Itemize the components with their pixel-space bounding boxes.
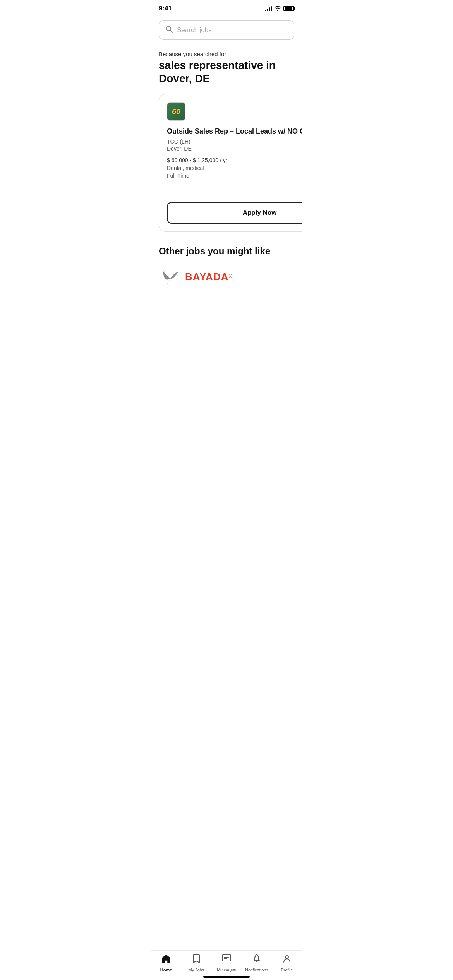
svg-line-1: [170, 30, 172, 32]
company-logo: 60: [167, 102, 185, 121]
job-benefits: Dental, medical: [167, 165, 302, 171]
bayada-bird-icon: [159, 267, 182, 287]
search-subtitle: Because you searched for: [159, 51, 294, 57]
job-location: Dover, DE: [167, 146, 302, 152]
apply-now-button[interactable]: Apply Now: [167, 202, 302, 224]
job-salary: $ 60,000 - $ 1,25,000 / yr: [167, 157, 302, 163]
company-name: TCG (LH): [167, 139, 302, 145]
search-container: Search jobs: [151, 15, 302, 45]
job-title: Outside Sales Rep – Local Leads w/ NO CO…: [167, 127, 302, 136]
bayada-logo: BAYADA®: [159, 264, 294, 290]
search-icon: [165, 25, 173, 35]
jobs-scroll: 60 ··· Outside Sales Rep – Local Leads w…: [151, 88, 302, 238]
job-type: Full-Time: [167, 173, 302, 179]
job-card-header: 60 ···: [167, 102, 302, 121]
job-card-main: 60 ··· Outside Sales Rep – Local Leads w…: [159, 94, 302, 231]
signal-icon: [265, 6, 272, 11]
other-jobs-title: Other jobs you might like: [159, 246, 294, 257]
battery-icon: [283, 6, 294, 11]
status-icons: [265, 5, 294, 12]
wifi-icon: [274, 5, 281, 12]
other-jobs-section: Other jobs you might like BAYADA®: [151, 238, 302, 296]
bayada-name: BAYADA®: [185, 271, 232, 283]
search-context: Because you searched for sales represent…: [151, 45, 302, 88]
search-bar[interactable]: Search jobs: [159, 20, 294, 40]
search-title: sales representative in Dover, DE: [159, 59, 294, 85]
search-placeholder: Search jobs: [177, 26, 212, 34]
status-time: 9:41: [159, 5, 172, 12]
status-bar: 9:41: [151, 0, 302, 15]
